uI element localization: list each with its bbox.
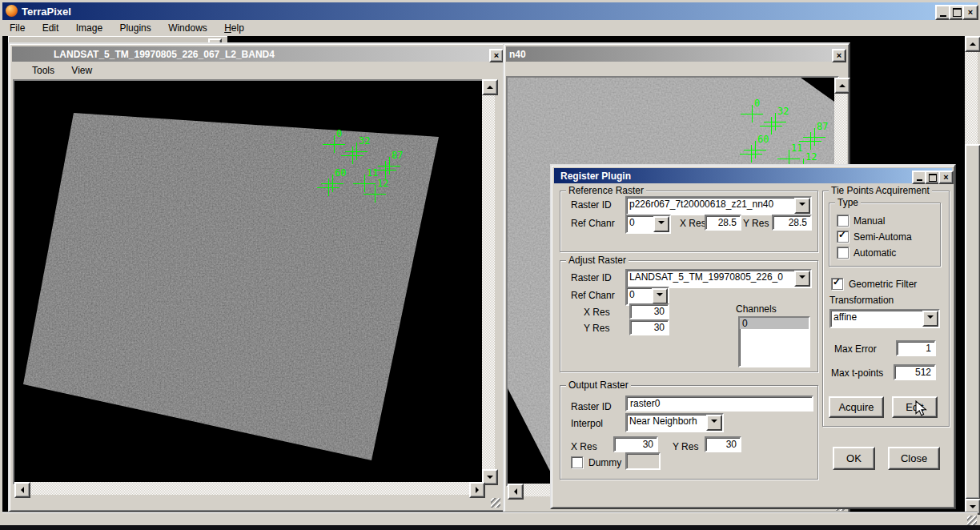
dropdown-arrow-icon[interactable] <box>653 216 669 232</box>
max-tpoints-label: Max t-points <box>831 367 883 379</box>
landsat-vertical-scrollbar[interactable] <box>482 79 495 482</box>
menu-windows[interactable]: Windows <box>161 20 215 37</box>
menu-plugins[interactable]: Plugins <box>112 20 158 37</box>
interpol-label: Interpol <box>571 418 603 429</box>
ref-yres-label: Y Res <box>743 218 769 229</box>
dropdown-arrow-icon[interactable] <box>706 415 722 431</box>
scroll-right-button[interactable] <box>469 482 485 498</box>
combo-value: Near Neighborh <box>627 415 706 431</box>
geometric-filter-checkbox[interactable] <box>831 278 843 290</box>
acquire-button[interactable]: Acquire <box>829 396 884 418</box>
output-xres-label: X Res <box>571 441 597 452</box>
scroll-up-button[interactable] <box>834 78 850 94</box>
scroll-up-button[interactable] <box>965 36 980 52</box>
crosshair-icon <box>740 145 762 163</box>
arrow-down-icon <box>711 420 717 426</box>
tie-point-label: 11 <box>367 168 378 178</box>
tie-point-label: 12 <box>377 179 388 188</box>
scroll-left-button[interactable] <box>14 482 30 498</box>
landsat-resize-grip[interactable] <box>491 498 500 508</box>
tie-point-label: 60 <box>757 135 769 144</box>
tie-point-label: 32 <box>359 136 370 146</box>
arrow-left-icon <box>511 488 517 495</box>
landsat-menu-tools[interactable]: Tools <box>25 62 62 79</box>
ref-channel-combobox[interactable]: 0 <box>625 215 671 234</box>
channels-label: Channels <box>736 303 777 315</box>
dropdown-arrow-icon[interactable] <box>922 311 938 327</box>
menu-file[interactable]: File <box>2 20 32 37</box>
dropdown-arrow-icon[interactable] <box>794 271 810 287</box>
dialog-close-button[interactable]: × <box>938 171 954 184</box>
adjust-yres-field[interactable]: 30 <box>629 319 669 335</box>
scrollbar-thumb[interactable] <box>965 144 980 500</box>
app-title: TerraPixel <box>22 6 71 18</box>
crosshair-icon <box>760 117 782 135</box>
main-titlebar: TerraPixel × <box>2 2 978 20</box>
main-resize-grip[interactable] <box>967 516 977 525</box>
minimize-icon <box>917 179 922 181</box>
crosshair-icon <box>341 147 363 164</box>
combo-value: affine <box>831 311 922 327</box>
automatic-label: Automatic <box>853 247 896 259</box>
channel-list-item[interactable]: 0 <box>740 318 809 329</box>
n40-close-button[interactable]: × <box>832 49 846 62</box>
scroll-left-button[interactable] <box>508 484 524 500</box>
combo-value: 0 <box>627 216 653 232</box>
landsat-close-button[interactable]: × <box>489 49 504 62</box>
ref-yres-field[interactable]: 28.5 <box>772 215 812 231</box>
output-raster-id-label: Raster ID <box>571 401 612 412</box>
scroll-up-button[interactable] <box>482 79 498 95</box>
arrow-up-icon <box>839 81 845 87</box>
landsat-menubar: Tools View <box>12 62 502 79</box>
main-vertical-scrollbar[interactable] <box>965 36 978 512</box>
maximize-icon <box>929 174 937 182</box>
adjust-raster-id-combobox[interactable]: LANDSAT_5_TM_19970805_226_0 <box>625 269 812 288</box>
combo-value: p226r067_7t20000618_z21_nn40 <box>627 198 794 214</box>
arrow-down-icon <box>487 476 493 482</box>
channels-listbox[interactable]: 0 <box>738 316 810 367</box>
transformation-combobox[interactable]: affine <box>829 309 940 328</box>
app-icon <box>6 5 18 17</box>
landsat-horizontal-scrollbar[interactable] <box>14 482 482 495</box>
menu-image[interactable]: Image <box>69 20 110 37</box>
close-button[interactable]: × <box>962 5 978 20</box>
close-dialog-button[interactable]: Close <box>888 447 940 470</box>
dummy-checkbox[interactable] <box>571 456 583 468</box>
ref-xres-label: X Res <box>680 218 706 229</box>
landsat-window: LANDSAT_5_TM_19970805_226_067_L2_BAND4 ×… <box>8 42 506 512</box>
landsat-window-title: LANDSAT_5_TM_19970805_226_067_L2_BAND4 <box>54 49 275 60</box>
dialog-titlebar: Register Plugin × <box>554 168 952 183</box>
max-tpoints-field[interactable]: 512 <box>894 364 936 380</box>
tie-point-label: 87 <box>817 122 828 131</box>
ref-channel-label: Ref Chanr <box>571 218 615 229</box>
landsat-menu-view[interactable]: View <box>64 62 99 79</box>
ref-raster-id-combobox[interactable]: p226r067_7t20000618_z21_nn40 <box>625 196 812 215</box>
manual-label: Manual <box>853 215 885 227</box>
max-error-field[interactable]: 1 <box>896 340 936 356</box>
crosshair-icon <box>317 179 339 196</box>
ok-button[interactable]: OK <box>833 447 875 470</box>
output-raster-id-field[interactable]: raster0 <box>625 395 813 412</box>
output-yres-label: Y Res <box>673 441 698 452</box>
automatic-checkbox[interactable] <box>837 247 849 259</box>
menu-help[interactable]: Help <box>217 20 251 37</box>
output-yres-field[interactable]: 30 <box>705 436 741 452</box>
tie-point-label: 12 <box>805 152 817 162</box>
dropdown-arrow-icon[interactable] <box>794 198 810 214</box>
menu-edit[interactable]: Edit <box>35 20 66 37</box>
manual-checkbox[interactable] <box>837 215 849 227</box>
max-error-label: Max Error <box>834 343 877 355</box>
interpol-combobox[interactable]: Near Neighborh <box>625 413 724 432</box>
arrow-up-icon <box>970 39 976 46</box>
dialog-title: Register Plugin <box>560 171 631 182</box>
landsat-image-viewport[interactable]: 03287601112 <box>13 79 485 485</box>
n40-titlebar: n40 × <box>506 46 845 62</box>
output-xres-field[interactable]: 30 <box>613 436 658 452</box>
tie-point-label: 0 <box>336 129 342 139</box>
dropdown-arrow-icon[interactable] <box>652 288 668 304</box>
ref-xres-field[interactable]: 28.5 <box>705 215 741 231</box>
register-plugin-dialog: Register Plugin × Reference Raster Raste… <box>550 164 956 509</box>
arrow-down-icon <box>927 315 934 322</box>
semi-automatic-checkbox[interactable] <box>837 231 849 243</box>
adjust-xres-field[interactable]: 30 <box>629 303 669 319</box>
